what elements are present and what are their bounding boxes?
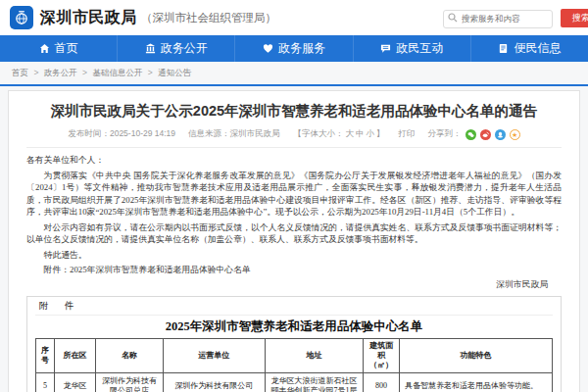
centers-table: 序号 所在区 名称 运营单位 地址 建筑面积（㎡） 功能特色 5 龙华区 深圳作… — [35, 338, 553, 392]
site-header: 深圳市民政局 （深圳市社会组织管理局） 搜索 — [0, 0, 588, 35]
attachment-label: 附 件 — [35, 299, 553, 316]
nav-item-label: 首页 — [55, 40, 78, 57]
article-meta: 发布时间：2025-10-29 14:19 信息来源：深圳市民政局 【字体大小：… — [26, 128, 562, 148]
search-icon — [448, 13, 458, 23]
heart-service-icon — [263, 43, 273, 54]
signature: 深圳市民政局 — [26, 279, 548, 291]
search-input[interactable] — [443, 10, 553, 28]
nav-item-gov-disclosure[interactable]: 政务公开 — [117, 35, 234, 62]
cell-name: 深圳作为科技有限公司总店 — [96, 372, 164, 392]
col-header-features: 功能特色 — [399, 338, 552, 372]
font-size-control: 【字体大小：大中小】 — [293, 128, 386, 140]
font-size-large[interactable]: 大 — [346, 128, 355, 138]
font-size-medium[interactable]: 中 — [356, 128, 365, 138]
print-button[interactable]: 打印 — [399, 128, 416, 140]
share-row: 分享到： ★ — [428, 128, 520, 140]
article-body: 各有关单位和个人： 为贯彻落实《中共中央 国务院关于深化养老服务改革发展的意见》… — [26, 154, 562, 276]
breadcrumb-separator: > — [82, 68, 87, 77]
breadcrumb-gov-disclosure[interactable]: 政务公开 — [44, 68, 77, 77]
cell-features: 具备智慧养老和适老用品体验等功能。 — [399, 372, 552, 392]
paragraph-3: 特此通告。 — [26, 249, 562, 262]
font-size-small[interactable]: 小 — [367, 128, 375, 138]
col-header-index: 序号 — [36, 338, 55, 372]
bank-icon — [145, 43, 156, 54]
cell-address: 龙华区大浪街道新石社区颐丰华创新产业园7号1层 — [265, 372, 363, 392]
col-header-address: 地址 — [265, 338, 363, 372]
nav-item-public-interaction[interactable]: 政民互动 — [353, 35, 470, 62]
cell-index: 5 — [36, 372, 55, 392]
salutation: 各有关单位和个人： — [26, 154, 562, 167]
breadcrumb-separator: > — [33, 68, 38, 77]
cell-area: 800 — [364, 372, 400, 392]
table-row: 5 龙华区 深圳作为科技有限公司总店 深圳作为科技有限公司 龙华区大浪街道新石社… — [36, 372, 553, 392]
chat-icon — [380, 43, 391, 54]
share-weibo-icon[interactable] — [480, 129, 491, 140]
cell-district: 龙华区 — [54, 372, 95, 392]
paragraph-2: 对公示内容如有异议，请在公示期内以书面形式反馈，以个人名义反馈情况的，请提供真实… — [26, 221, 562, 246]
nav-item-label: 政务服务 — [278, 40, 325, 57]
nav-item-gov-services[interactable]: 政务服务 — [234, 35, 352, 62]
breadcrumb-notices[interactable]: 通知公告 — [158, 68, 191, 77]
col-header-name: 名称 — [96, 338, 164, 372]
search-bar: 搜索 — [443, 8, 588, 28]
paragraph-1: 为贯彻落实《中共中央 国务院关于深化养老服务改革发展的意见》《国务院办公厅关于发… — [26, 170, 562, 219]
site-title: 深圳市民政局 — [40, 8, 137, 28]
divider-blue-rule — [0, 84, 588, 86]
document-icon — [498, 43, 509, 54]
publish-time: 发布时间：2025-10-29 14:19 — [68, 128, 175, 140]
breadcrumb-basic-info[interactable]: 基础信息公开 — [92, 68, 142, 77]
site-subtitle: （深圳市社会组织管理局） — [141, 11, 276, 25]
share-qq-icon[interactable] — [495, 129, 506, 140]
breadcrumb-home[interactable]: 首页 — [12, 68, 28, 77]
nav-item-label: 政民互动 — [396, 40, 443, 57]
nav-item-label: 便民信息 — [514, 40, 561, 57]
article-card: 深圳市民政局关于公示2025年深圳市智慧养老和适老用品体验中心名单的通告 发布时… — [8, 90, 580, 392]
nav-item-home[interactable]: 首页 — [0, 35, 117, 62]
ministry-emblem-icon — [10, 6, 33, 29]
attachment-line: 附件：2025年深圳市智慧养老和适老用品体验中心名单 — [26, 264, 562, 276]
share-wechat-icon[interactable] — [466, 129, 476, 140]
table-title: 2025年深圳市智慧养老和适老用品体验中心名单 — [35, 318, 553, 335]
col-header-district: 所在区 — [54, 338, 95, 372]
col-header-operator: 运营单位 — [163, 338, 265, 372]
nav-item-label: 政务公开 — [161, 40, 208, 57]
breadcrumb: 首页 > 政务公开 > 基础信息公开 > 通知公告 — [0, 62, 588, 84]
search-button[interactable]: 搜索 — [561, 9, 588, 27]
info-source: 信息来源：深圳市民政局 — [188, 128, 280, 140]
share-label: 分享到： — [428, 128, 462, 140]
col-header-area: 建筑面积（㎡） — [364, 338, 400, 372]
article-title: 深圳市民政局关于公示2025年深圳市智慧养老和适老用品体验中心名单的通告 — [26, 102, 562, 120]
attachment-box: 附 件 2025年深圳市智慧养老和适老用品体验中心名单 序号 所在区 名称 运营… — [26, 296, 562, 392]
breadcrumb-separator: > — [148, 68, 153, 77]
nav-item-citizen-info[interactable]: 便民信息 — [470, 35, 588, 62]
main-nav: 首页 政务公开 政务服务 政民互动 便民信息 — [0, 35, 588, 62]
home-icon — [39, 43, 50, 54]
table-header-row: 序号 所在区 名称 运营单位 地址 建筑面积（㎡） 功能特色 — [36, 338, 553, 372]
share-favorite-icon[interactable]: ★ — [510, 129, 520, 140]
cell-operator: 深圳作为科技有限公司 — [163, 372, 265, 392]
